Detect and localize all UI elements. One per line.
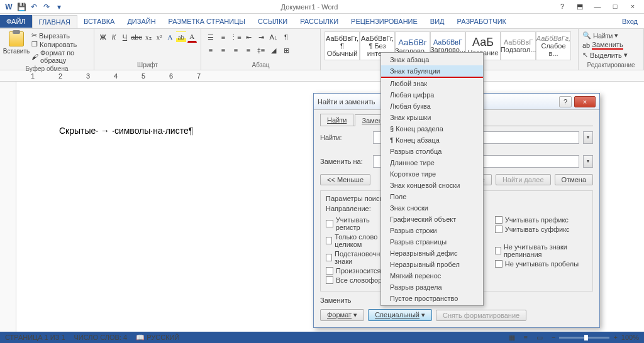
view-print-icon[interactable]: ▦ [509,334,515,342]
underline-button[interactable]: Ч [120,31,130,43]
chk-prefix[interactable]: Учитывать префикс [495,216,587,224]
menu-item-tab[interactable]: Знак табуляции [381,65,483,78]
bullets-button[interactable]: ☰ [205,31,216,43]
tab-review[interactable]: РЕЦЕНЗИРОВАНИЕ [345,15,424,28]
tab-layout[interactable]: РАЗМЕТКА СТРАНИЦЫ [162,15,252,28]
chk-space[interactable]: Не учитывать пробелы [495,260,587,268]
zoom-value[interactable]: 100% [621,334,639,341]
account-signin[interactable]: Вход [616,18,644,25]
text-effects-button[interactable]: A [165,31,175,43]
font-color-button[interactable]: A [187,31,197,43]
close-icon[interactable]: × [626,3,639,11]
shading-button[interactable]: ◢ [268,45,279,56]
zoom-out-icon[interactable]: − [552,334,555,341]
style-subtle[interactable]: АаБбВвГг,Слабое в... [536,31,571,60]
tab-home[interactable]: ГЛАВНАЯ [32,15,77,28]
menu-item[interactable]: Знак сноски [381,202,483,214]
style-normal[interactable]: АаБбВвГг,¶ Обычный [325,31,360,60]
copy-button[interactable]: ❐Копировать [31,40,90,48]
menu-item[interactable]: Короткое тире [381,168,483,180]
numbering-button[interactable]: ≡ [218,31,229,43]
menu-item[interactable]: Любой знак [381,78,483,89]
menu-item[interactable]: ¶ Конец абзаца [381,134,483,146]
align-center-button[interactable]: ≡ [218,45,229,56]
dialog-tab-find[interactable]: Найти [320,114,353,126]
bold-button[interactable]: Ж [98,31,108,43]
tab-dev[interactable]: РАЗРАБОТЧИК [451,15,513,28]
menu-item[interactable]: Знак концевой сноски [381,180,483,191]
tab-insert[interactable]: ВСТАВКА [77,15,121,28]
zoom-slider[interactable] [559,337,609,339]
maximize-icon[interactable]: □ [609,3,621,11]
zoom-in-icon[interactable]: + [613,334,617,341]
strike-button[interactable]: abc [131,31,142,43]
select-button[interactable]: ↖Выделить ▾ [582,51,640,59]
menu-item[interactable]: Неразрывный пробел [381,259,483,270]
superscript-button[interactable]: x² [155,31,164,43]
menu-item[interactable]: Знак абзаца [381,54,483,65]
menu-item[interactable]: Неразрывный дефис [381,248,483,259]
help-icon[interactable]: ? [556,3,569,11]
special-button[interactable]: Специальный ▾ [368,309,432,321]
tab-refs[interactable]: ССЫЛКИ [252,15,294,28]
line-spacing-button[interactable]: ‡≡ [255,45,267,56]
menu-item[interactable]: Разрыв раздела [381,281,483,293]
view-web-icon[interactable]: ▭ [536,334,543,342]
less-button[interactable]: << Меньше [320,174,370,185]
horizontal-ruler[interactable]: 1234567 1617 [0,70,644,82]
tab-view[interactable]: ВИД [424,15,451,28]
menu-item[interactable]: Графический объект [381,214,483,225]
dialog-help-icon[interactable]: ? [559,96,572,107]
tab-file[interactable]: ФАЙЛ [0,15,32,28]
justify-button[interactable]: ≡ [243,45,254,56]
find-dropdown-icon[interactable]: ▾ [583,131,593,144]
chk-punct[interactable]: Не учитывать знаки препинания [495,243,587,258]
replace-dropdown-icon[interactable]: ▾ [583,155,593,168]
indent-left-button[interactable]: ⇤ [243,31,254,43]
qat-more-icon[interactable]: ▾ [54,2,64,12]
cut-button[interactable]: ✂Вырезать [31,31,90,40]
menu-item[interactable]: Поле [381,191,483,202]
format-button[interactable]: Формат ▾ [320,309,364,321]
align-left-button[interactable]: ≡ [205,45,216,56]
undo-icon[interactable]: ↶ [29,2,39,12]
replace-button[interactable]: abЗаменить [582,41,640,50]
menu-item[interactable]: Длинное тире [381,157,483,168]
menu-item[interactable]: Любая буква [381,101,483,112]
menu-item[interactable]: Разрыв столбца [381,146,483,157]
sort-button[interactable]: A↓ [268,31,279,43]
cancel-button[interactable]: Отмена [555,174,593,185]
menu-item[interactable]: Мягкий перенос [381,270,483,281]
document-text[interactable]: Скрытые· → ·символы·на·листе¶ [59,126,193,136]
minimize-icon[interactable]: — [591,3,604,11]
view-read-icon[interactable]: ≡ [524,334,528,341]
status-words[interactable]: ЧИСЛО СЛОВ: 4 [74,334,128,341]
redo-icon[interactable]: ↷ [42,2,52,12]
subscript-button[interactable]: x₂ [143,31,153,43]
clear-format-button[interactable]: Снять форматирование [436,310,526,321]
highlight-button[interactable]: ab [176,31,186,43]
find-next-button[interactable]: Найти далее [496,174,551,185]
tab-mail[interactable]: РАССЫЛКИ [294,15,345,28]
paste-button[interactable]: Вставить [4,31,29,64]
find-button[interactable]: 🔍Найти ▾ [582,31,640,40]
tab-design[interactable]: ДИЗАЙН [121,15,162,28]
menu-item[interactable]: Знак крышки [381,112,483,123]
save-icon[interactable]: 💾 [16,2,26,12]
status-lang[interactable]: 📖 РУССКИЙ [136,334,179,342]
style-subtitle[interactable]: АаБбВвГПодзагол... [501,31,536,60]
align-right-button[interactable]: ≡ [230,45,242,56]
chk-suffix[interactable]: Учитывать суффикс [495,226,587,233]
menu-item[interactable]: § Конец раздела [381,123,483,134]
menu-item[interactable]: Любая цифра [381,89,483,101]
menu-item[interactable]: Разрыв страницы [381,236,483,248]
borders-button[interactable]: ⊞ [280,45,292,56]
vertical-ruler[interactable] [0,82,16,332]
multilevel-button[interactable]: ⋮≡ [230,31,242,43]
indent-right-button[interactable]: ⇥ [255,31,267,43]
ribbon-options-icon[interactable]: ⬒ [574,3,586,11]
italic-button[interactable]: К [109,31,118,43]
format-painter-button[interactable]: 🖌Формат по образцу [31,49,90,64]
show-marks-button[interactable]: ¶ [280,31,292,43]
menu-item[interactable]: Разрыв строки [381,225,483,236]
